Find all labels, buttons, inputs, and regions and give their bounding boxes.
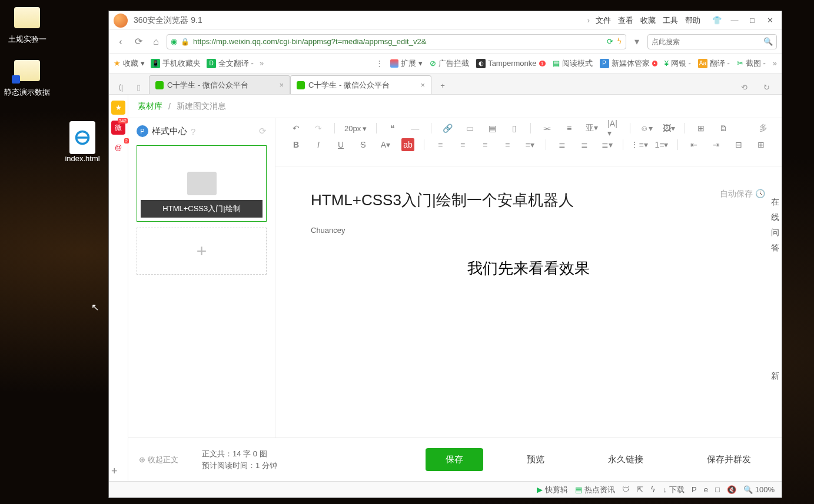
card-icon[interactable]: ▭ [463, 122, 476, 135]
link-icon[interactable]: 🔗 [441, 122, 454, 135]
new-tab-button[interactable]: + [434, 76, 451, 94]
tab-0[interactable]: C十学生 - 微信公众平台 × [149, 75, 290, 94]
maximize-button[interactable]: □ [745, 15, 759, 26]
search-icon[interactable]: 🔍 [763, 37, 773, 46]
doc-body[interactable]: 我们先来看看效果 [311, 258, 746, 279]
italic-button[interactable]: I [312, 138, 325, 151]
weibo-icon[interactable]: 微342 [111, 121, 125, 135]
align-left-button[interactable]: ≡ [434, 138, 447, 151]
menu-help[interactable]: 帮助 [685, 15, 700, 26]
extend-button[interactable]: 扩展 ▾ [390, 58, 423, 69]
undo-button[interactable]: ↶ [290, 122, 303, 135]
lightning-icon[interactable]: ϟ [617, 37, 622, 46]
add-article-button[interactable]: + [137, 228, 267, 275]
breadcrumb-library[interactable]: 素材库 [138, 101, 162, 112]
tab-restore-icon[interactable]: ↻ [759, 80, 773, 94]
fulltext-translate[interactable]: D全文翻译 - [207, 58, 254, 69]
save-send-button[interactable]: 保存并群发 [687, 448, 771, 471]
download-button[interactable]: ↓ 下载 [663, 485, 685, 495]
bold-button[interactable]: B [290, 138, 303, 151]
url-input[interactable]: ◉ 🔒 https://mp.weixin.qq.com/cgi-bin/app… [167, 34, 626, 49]
fontsize-select[interactable]: 20px ▾ [344, 124, 367, 133]
code-button[interactable]: ⊞ [755, 138, 768, 151]
desktop-icon-folder-2[interactable]: 静态演示数据 [1, 56, 53, 98]
document-area[interactable]: HTML+CSS3入门|绘制一个安卓机器人 Chuancey 我们先来看看效果 [275, 166, 782, 438]
search-box[interactable]: 🔍 [647, 34, 777, 49]
desktop-icon-html[interactable]: index.html [57, 124, 108, 163]
align-dist-button[interactable]: ≡▾ [523, 138, 536, 151]
tshirt-icon[interactable]: 👕 [710, 15, 724, 26]
search-input[interactable] [652, 38, 763, 46]
minimize-button[interactable]: — [727, 15, 742, 26]
doc-author[interactable]: Chuancey [311, 226, 746, 235]
refresh-green-icon[interactable]: ⟳ [607, 37, 613, 46]
tab-close-icon[interactable]: × [420, 81, 425, 89]
save-button[interactable]: 保存 [426, 448, 483, 471]
fav-button[interactable]: ★收藏 ▾ [114, 58, 145, 69]
doc-icon[interactable]: 🗎 [717, 122, 730, 135]
url-dropdown-icon[interactable]: ▾ [630, 35, 644, 49]
bookmark-icon[interactable]: ▯ [131, 80, 145, 94]
tampermonkey-button[interactable]: ◐Tampermonke1 [476, 59, 545, 68]
link2-icon[interactable]: ⫘ [540, 122, 553, 135]
permalink-button[interactable]: 永久链接 [588, 448, 663, 471]
list-ol-button[interactable]: 1≡▾ [655, 138, 668, 151]
emoji-icon[interactable]: ☺▾ [640, 122, 653, 135]
indent-icon[interactable]: ≡ [563, 122, 576, 135]
align-center-button[interactable]: ≡ [456, 138, 469, 151]
float-center-button[interactable]: ≣ [578, 138, 591, 151]
collapse-button[interactable]: ⊕ 收起正文 [139, 455, 178, 465]
close-button[interactable]: ✕ [763, 15, 777, 26]
sidebar-toggle-icon[interactable]: ⟨| [114, 80, 128, 94]
more-label[interactable]: 多 [759, 123, 768, 133]
float-left-button[interactable]: ≣ [556, 138, 569, 151]
gallery-icon[interactable]: ⊞ [695, 122, 707, 135]
hotnews-button[interactable]: ▤热点资讯 [575, 485, 615, 495]
window-icon[interactable]: □ [715, 485, 720, 494]
mute-icon[interactable]: 🔇 [727, 485, 736, 494]
align-right-button[interactable]: ≡ [479, 138, 491, 151]
template-icon[interactable]: ▤ [486, 122, 499, 135]
back-button[interactable]: ‹ [114, 35, 128, 49]
quickcut-button[interactable]: ▶快剪辑 [537, 485, 568, 495]
link-icon[interactable]: ⇱ [637, 485, 643, 494]
plus-bottom-icon[interactable]: + [111, 465, 118, 478]
shield-icon[interactable]: 🛡 [622, 485, 630, 494]
screenshot-button[interactable]: ✂截图 - [737, 58, 766, 69]
article-card[interactable]: HTML+CSS3入门|绘制 [137, 145, 267, 222]
clear-button[interactable]: ⊟ [732, 138, 745, 151]
menu-fav[interactable]: 收藏 [640, 15, 656, 26]
right-rail-qa[interactable]: 在线问答 [768, 195, 782, 256]
refresh-style-icon[interactable]: ⟳ [259, 126, 267, 136]
preview-button[interactable]: 预览 [507, 448, 564, 471]
align-justify-button[interactable]: ≡ [501, 138, 514, 151]
indent-button[interactable]: ⇥ [710, 138, 723, 151]
newmedia-button[interactable]: P新媒体管家• [600, 58, 657, 69]
zoom-button[interactable]: 🔍 100% [743, 485, 775, 494]
adblock-button[interactable]: ⊘广告拦截 [430, 58, 469, 69]
redo-button[interactable]: ↷ [312, 122, 325, 135]
mail-icon[interactable]: @2 [111, 141, 125, 155]
right-rail-new[interactable]: 新 [768, 371, 782, 382]
readmode-button[interactable]: ▤阅读模式 [553, 58, 593, 69]
underline-button[interactable]: U [334, 138, 347, 151]
textcolor-button[interactable]: A▾ [379, 138, 392, 151]
desktop-icon-folder-1[interactable]: 土规实验一 [1, 4, 53, 45]
outdent-button[interactable]: ⇤ [687, 138, 700, 151]
translate-button[interactable]: Aa翻译 - [698, 58, 730, 69]
menu-view[interactable]: 查看 [618, 15, 633, 26]
tab-1[interactable]: C十学生 - 微信公众平台 × [290, 75, 431, 94]
mobile-fav[interactable]: 📱手机收藏夹 [151, 58, 201, 69]
tab-history-icon[interactable]: ⟲ [737, 80, 751, 94]
star-icon[interactable]: ★ [111, 101, 125, 115]
menu-file[interactable]: 文件 [596, 15, 611, 26]
pc-icon[interactable]: P [692, 485, 697, 494]
hr-button[interactable]: — [408, 122, 421, 135]
mobile-icon[interactable]: e [704, 485, 708, 494]
lineheight-icon[interactable]: 亚▾ [585, 122, 598, 135]
image-icon[interactable]: 🖼▾ [662, 122, 675, 135]
speed-icon[interactable]: ϟ [650, 485, 656, 494]
quote-button[interactable]: ❝ [386, 122, 399, 135]
tab-close-icon[interactable]: × [279, 81, 284, 89]
doc-title[interactable]: HTML+CSS3入门|绘制一个安卓机器人 [311, 190, 746, 211]
